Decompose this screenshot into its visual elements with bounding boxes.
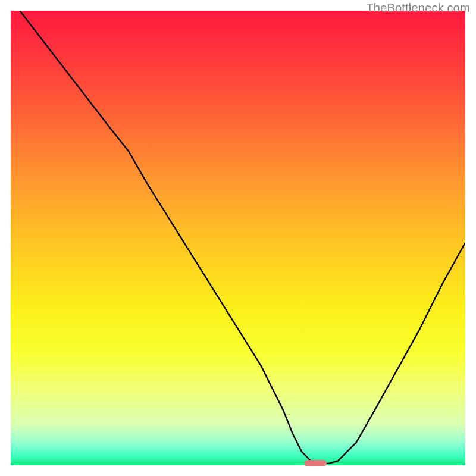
watermark-text: TheBottleneck.com [366,1,470,15]
optimal-marker [304,460,327,466]
bottleneck-curve [11,11,465,465]
chart-container: TheBottleneck.com [0,0,476,476]
plot-area [11,11,465,465]
